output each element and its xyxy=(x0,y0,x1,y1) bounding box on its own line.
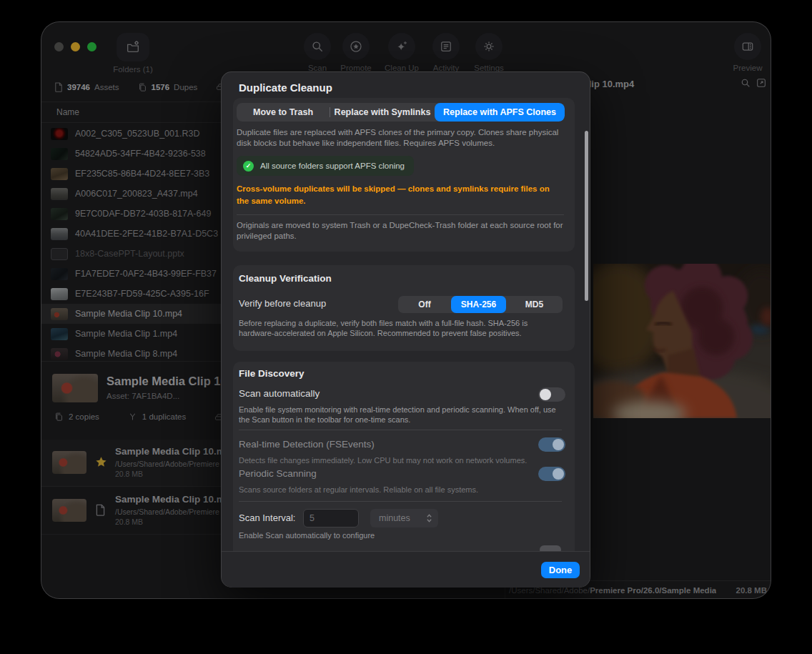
minimize-window-button[interactable] xyxy=(71,42,80,51)
open-external-icon[interactable] xyxy=(756,77,767,91)
scan-auto-label: Scan automatically xyxy=(239,388,320,399)
duplicate-thumbnail xyxy=(52,451,86,474)
cross-volume-warning: Cross-volume duplicates will be skipped … xyxy=(237,183,564,207)
periodic-description: Scans source folders at regular interval… xyxy=(239,485,565,495)
file-thumbnail xyxy=(51,188,68,200)
primary-star-icon xyxy=(95,456,107,468)
file-thumbnail xyxy=(51,348,68,360)
toolbar-preview[interactable]: Preview xyxy=(723,33,771,72)
file-name: EF235C85-86B4-4D24-8EE7-3B3 xyxy=(75,169,209,179)
periodic-toggle[interactable] xyxy=(538,467,565,481)
copies-icon xyxy=(54,412,64,422)
file-thumbnail xyxy=(51,128,68,140)
divider xyxy=(239,430,562,430)
interval-unit-select[interactable]: minutes xyxy=(370,509,438,527)
toolbar-settings[interactable]: Settings xyxy=(464,33,514,72)
preview-image xyxy=(593,264,771,418)
scan-auto-description: Enable file system monitoring with real-… xyxy=(239,405,565,425)
screen: Folders (1) Scan Promote Cl xyxy=(0,0,812,654)
interval-input[interactable] xyxy=(303,509,359,527)
sheet-title: Duplicate Cleanup xyxy=(239,81,332,94)
dupes-count: 1576Dupes xyxy=(138,82,198,92)
toolbar-promote[interactable]: Promote xyxy=(331,33,381,72)
detail-thumbnail xyxy=(52,374,98,402)
verify-description: Before replacing a duplicate, verify bot… xyxy=(239,318,562,339)
detail-asset-id: Asset: 7AF1BA4D... xyxy=(107,392,179,400)
segment-move-to-trash[interactable]: Move to Trash xyxy=(237,103,330,122)
file-name: 9E7C0DAF-DB72-403B-817A-649 xyxy=(75,209,211,219)
file-icon xyxy=(95,504,107,516)
done-button[interactable]: Done xyxy=(541,562,580,578)
cleanup-mode-segmented-control: Move to Trash Replace with Symlinks Repl… xyxy=(237,103,565,122)
file-thumbnail xyxy=(51,168,68,180)
settings-scroll-area: Duplicate Cleanup Move to Trash Replace … xyxy=(222,72,590,551)
zoom-window-button[interactable] xyxy=(87,42,96,51)
preview-panel-icon xyxy=(734,33,761,60)
file-name: 40A41DEE-2FE2-41B2-B7A1-D5C3 xyxy=(75,229,218,239)
file-thumbnail xyxy=(51,228,68,240)
partially-scrolled-toggle xyxy=(540,545,561,551)
gear-icon xyxy=(475,33,502,60)
settings-sheet: Duplicate Cleanup Move to Trash Replace … xyxy=(221,71,590,588)
sheet-footer: Done xyxy=(222,551,590,588)
file-thumbnail xyxy=(51,308,68,320)
duplicates-icon xyxy=(138,82,147,92)
file-thumbnail xyxy=(51,148,68,160)
periodic-label: Periodic Scanning xyxy=(239,468,317,479)
segment-md5[interactable]: MD5 xyxy=(506,296,563,313)
search-icon[interactable] xyxy=(740,77,751,91)
chevron-up-down-icon xyxy=(426,513,432,523)
segment-sha-256[interactable]: SHA-256 xyxy=(451,296,506,313)
copies-stat: 2 copies xyxy=(54,412,99,422)
file-name: Sample Media Clip 8.mp4 xyxy=(75,349,177,359)
realtime-description: Detects file changes immediately. Low CP… xyxy=(239,455,565,465)
verify-label: Verify before cleanup xyxy=(239,298,326,309)
interval-hint: Enable Scan automatically to configure xyxy=(239,530,375,540)
folder-gear-icon xyxy=(117,33,149,61)
file-thumbnail xyxy=(51,288,68,300)
activity-list-icon xyxy=(432,33,460,60)
mode-description: Duplicate files are replaced with APFS c… xyxy=(237,127,568,149)
segment-off[interactable]: Off xyxy=(398,296,451,313)
originals-note: Originals are moved to system Trash or a… xyxy=(237,220,568,242)
search-icon xyxy=(304,33,331,60)
preview-size: 20.8 MB xyxy=(736,586,767,595)
folders-button[interactable]: Folders (1) xyxy=(108,33,158,74)
file-thumbnail xyxy=(51,268,68,280)
realtime-label: Real-time Detection (FSEvents) xyxy=(239,439,375,450)
interval-label: Scan Interval: xyxy=(239,512,296,523)
star-circle-icon xyxy=(342,33,370,60)
file-name: A002_C305_0523UB_001.R3D xyxy=(75,129,199,139)
scan-auto-toggle[interactable] xyxy=(538,387,565,402)
file-name: 18x8-CasePPT-Layout.pptx xyxy=(75,249,184,259)
close-window-button[interactable] xyxy=(54,42,64,51)
file-thumbnail xyxy=(51,248,68,260)
file-name: E7E243B7-FD59-425C-A395-16F xyxy=(75,289,209,299)
sparkles-icon xyxy=(388,33,415,60)
sheet-scrollbar[interactable] xyxy=(585,131,588,301)
duplicates-stat: 1 duplicates xyxy=(128,412,186,422)
assets-count: 39746Assets xyxy=(54,82,119,92)
file-name: F1A7EDE7-0AF2-4B43-99EF-FB37 xyxy=(75,269,217,279)
verify-segmented-control: Off SHA-256 MD5 xyxy=(398,296,563,313)
toolbar-clean-up[interactable]: Clean Up xyxy=(377,33,427,72)
segment-replace-apfs-clones[interactable]: Replace with APFS Clones xyxy=(435,103,565,122)
verification-heading: Cleanup Verification xyxy=(239,273,332,284)
segment-replace-symlinks[interactable]: Replace with Symlinks xyxy=(330,103,435,122)
file-name: A006C017_200823_A437.mp4 xyxy=(75,189,198,199)
file-name: Sample Media Clip 10.mp4 xyxy=(75,309,182,319)
file-thumbnail xyxy=(51,208,68,220)
apfs-support-badge: ✓ All source folders support APFS clonin… xyxy=(237,156,414,176)
file-name: 54824AD5-34FF-4B42-9236-538 xyxy=(75,149,206,159)
branch-icon xyxy=(128,412,137,422)
file-name: Sample Media Clip 1.mp4 xyxy=(75,329,177,339)
document-icon xyxy=(54,82,63,92)
file-thumbnail xyxy=(51,328,68,340)
duplicate-thumbnail xyxy=(52,499,86,522)
check-circle-icon: ✓ xyxy=(243,161,254,172)
discovery-heading: File Discovery xyxy=(239,368,304,379)
realtime-toggle[interactable] xyxy=(538,437,565,452)
divider xyxy=(239,501,562,502)
divider xyxy=(237,214,564,215)
